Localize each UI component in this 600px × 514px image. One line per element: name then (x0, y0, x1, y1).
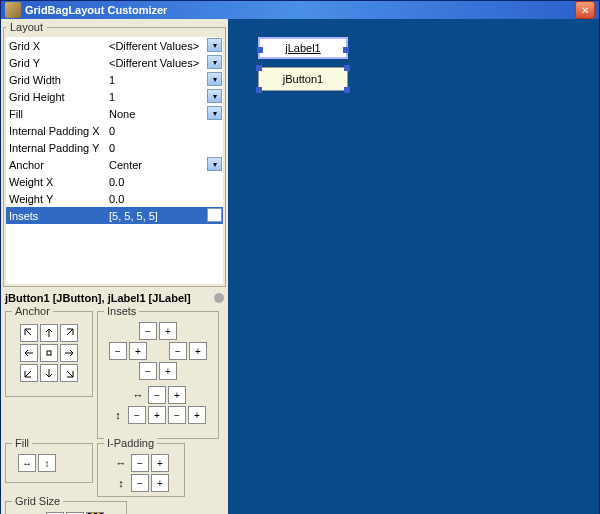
prop-value[interactable]: 1▾ (106, 88, 223, 105)
insets-right-plus-button[interactable]: + (189, 342, 207, 360)
chevron-down-icon[interactable]: ▾ (207, 106, 222, 120)
prop-value[interactable]: 0 (106, 139, 223, 156)
fill-horizontal-button[interactable]: ↔ (18, 454, 36, 472)
ipad-v-minus-button[interactable]: − (131, 474, 149, 492)
chevron-down-icon[interactable]: ▾ (207, 38, 222, 52)
chevron-down-icon[interactable]: ▾ (207, 157, 222, 171)
anchor-w-button[interactable] (20, 344, 38, 362)
prop-value[interactable]: 0.0 (106, 190, 223, 207)
ipad-varrow-icon: ↕ (113, 476, 129, 490)
anchor-e-button[interactable] (60, 344, 78, 362)
prop-value[interactable]: <Different Values>▾ (106, 37, 223, 54)
prop-value[interactable]: None▾ (106, 105, 223, 122)
selection-text: jButton1 [JButton], jLabel1 [JLabel] (5, 292, 191, 304)
selection-dot-icon (214, 293, 224, 303)
insets-right-minus-button[interactable]: − (169, 342, 187, 360)
prop-name: Grid Y (6, 54, 106, 71)
window: GridBagLayout Customizer ✕ Layout Grid X… (0, 0, 600, 514)
table-row[interactable]: Internal Padding Y0 (6, 139, 223, 156)
preview-jlabel-text: jLabel1 (285, 42, 320, 54)
app-icon (5, 2, 21, 18)
property-table: Grid X<Different Values>▾Grid Y<Differen… (6, 37, 223, 284)
insets-all-minus-button[interactable]: − (168, 406, 186, 424)
table-row[interactable]: Grid Y<Different Values>▾ (6, 54, 223, 71)
table-row[interactable]: Internal Padding X0 (6, 122, 223, 139)
ipadding-title: I-Padding (104, 437, 157, 449)
insets-bottom-row: − + (139, 362, 177, 380)
ipad-harrow-icon: ↔ (113, 456, 129, 470)
prop-value[interactable]: Center▾ (106, 156, 223, 173)
anchor-nw-button[interactable] (20, 324, 38, 342)
layout-section: Layout Grid X<Different Values>▾Grid Y<D… (3, 21, 226, 287)
ipad-h-plus-button[interactable]: + (151, 454, 169, 472)
chevron-down-icon[interactable]: ▾ (207, 89, 222, 103)
anchor-title: Anchor (12, 305, 53, 317)
anchor-c-button[interactable] (40, 344, 58, 362)
window-title: GridBagLayout Customizer (25, 4, 575, 16)
insets-top-plus-button[interactable]: + (159, 322, 177, 340)
insets-bottom-plus-button[interactable]: + (159, 362, 177, 380)
insets-h-minus-button[interactable]: − (148, 386, 166, 404)
insets-title: Insets (104, 305, 139, 317)
fill-vertical-button[interactable]: ↕ (38, 454, 56, 472)
anchor-grid (20, 324, 78, 382)
insets-left-minus-button[interactable]: − (109, 342, 127, 360)
insets-v-minus-button[interactable]: − (128, 406, 146, 424)
prop-value[interactable]: [5, 5, 5, 5]… (106, 207, 223, 224)
insets-controls: − + − + − + − + (102, 322, 214, 424)
ipadding-row2: ↕ − + (113, 474, 169, 492)
prop-value[interactable]: 0 (106, 122, 223, 139)
harrow-icon: ↔ (130, 388, 146, 402)
anchor-sw-button[interactable] (20, 364, 38, 382)
insets-bottom-minus-button[interactable]: − (139, 362, 157, 380)
prop-name: Insets (6, 207, 106, 224)
ipadding-controls: ↔ − + ↕ − + (102, 454, 180, 492)
anchor-group: Anchor (5, 311, 93, 397)
preview-jlabel[interactable]: jLabel1 (258, 37, 348, 59)
insets-all-plus-button[interactable]: + (188, 406, 206, 424)
table-row[interactable]: AnchorCenter▾ (6, 156, 223, 173)
chevron-down-icon[interactable]: ▾ (207, 72, 222, 86)
anchor-s-button[interactable] (40, 364, 58, 382)
table-row[interactable]: Weight Y0.0 (6, 190, 223, 207)
chevron-down-icon[interactable]: ▾ (207, 55, 222, 69)
ellipsis-icon[interactable]: … (207, 208, 222, 222)
insets-both-row: ↔ − + (130, 386, 186, 404)
fill-title: Fill (12, 437, 32, 449)
ipadding-group: I-Padding ↔ − + ↕ − + (97, 443, 185, 497)
content: Layout Grid X<Different Values>▾Grid Y<D… (1, 19, 599, 514)
prop-name: Internal Padding X (6, 122, 106, 139)
layout-legend: Layout (6, 21, 47, 33)
prop-name: Grid Height (6, 88, 106, 105)
table-row[interactable]: Weight X0.0 (6, 173, 223, 190)
table-row[interactable]: Insets[5, 5, 5, 5]… (6, 207, 223, 224)
prop-value[interactable]: <Different Values>▾ (106, 54, 223, 71)
prop-value[interactable]: 1▾ (106, 71, 223, 88)
anchor-n-button[interactable] (40, 324, 58, 342)
titlebar: GridBagLayout Customizer ✕ (1, 1, 599, 19)
prop-name: Anchor (6, 156, 106, 173)
insets-group: Insets − + − + − + (97, 311, 219, 439)
table-row[interactable]: Grid Height1▾ (6, 88, 223, 105)
insets-v-plus-button[interactable]: + (148, 406, 166, 424)
table-row[interactable]: Grid Width1▾ (6, 71, 223, 88)
prop-name: Internal Padding Y (6, 139, 106, 156)
insets-all-row1: ↕ − + − + (110, 406, 206, 424)
insets-h-plus-button[interactable]: + (168, 386, 186, 404)
insets-top-minus-button[interactable]: − (139, 322, 157, 340)
gridsize-title: Grid Size (12, 495, 63, 507)
ipad-h-minus-button[interactable]: − (131, 454, 149, 472)
insets-left-plus-button[interactable]: + (129, 342, 147, 360)
preview-jbutton[interactable]: jButton1 (258, 67, 348, 91)
prop-value[interactable]: 0.0 (106, 173, 223, 190)
ipadding-row1: ↔ − + (113, 454, 169, 472)
ipad-v-plus-button[interactable]: + (151, 474, 169, 492)
table-row[interactable]: Grid X<Different Values>▾ (6, 37, 223, 54)
fill-group: Fill ↔ ↕ (5, 443, 93, 483)
prop-name: Grid X (6, 37, 106, 54)
close-icon[interactable]: ✕ (575, 1, 595, 19)
preview-panel: jLabel1 jButton1 (228, 19, 599, 514)
anchor-ne-button[interactable] (60, 324, 78, 342)
table-row[interactable]: FillNone▾ (6, 105, 223, 122)
anchor-se-button[interactable] (60, 364, 78, 382)
